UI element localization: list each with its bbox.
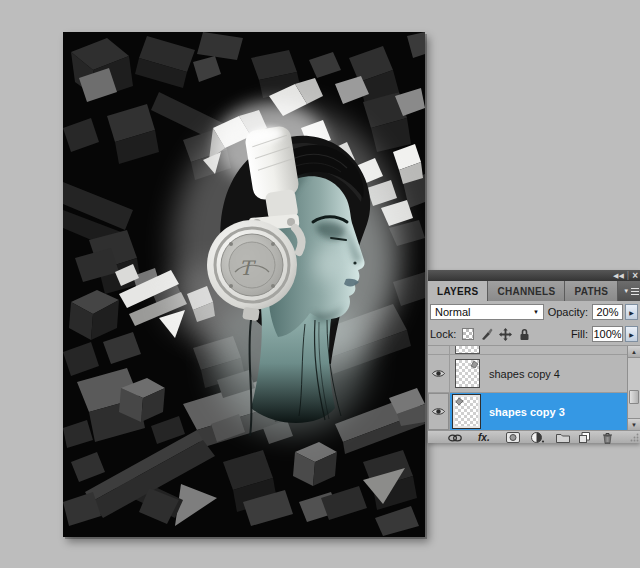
link-icon	[448, 434, 462, 442]
photoshop-workspace: T ◀◀ | × LAYERS CHANNELS PATHS ▼ Normal …	[0, 0, 640, 568]
tab-channels[interactable]: CHANNELS	[488, 281, 565, 301]
blend-mode-value: Normal	[435, 306, 470, 318]
layer-style-button[interactable]: fx.	[478, 432, 490, 443]
artwork-image: T	[63, 32, 425, 537]
brush-icon	[480, 328, 493, 341]
scroll-down-button[interactable]: ▼	[628, 418, 640, 430]
lock-image-pixels-button[interactable]	[480, 328, 493, 341]
opacity-slider-button[interactable]: ▶	[625, 304, 638, 320]
layer-thumbnail[interactable]	[455, 359, 480, 388]
thumbnail-shape-mark	[470, 360, 479, 369]
dock-header-separator: |	[627, 271, 629, 280]
move-icon	[499, 328, 512, 341]
layers-panel-toolbar: fx.	[428, 430, 640, 443]
layer-row-shapes-copy-4[interactable]: shapes copy 4	[428, 355, 627, 393]
visibility-toggle[interactable]	[428, 393, 450, 430]
new-adjustment-layer-button[interactable]	[531, 432, 545, 443]
blend-mode-select[interactable]: Normal ▼	[430, 304, 544, 320]
opacity-value: 20%	[596, 306, 618, 318]
layer-row-partial[interactable]	[428, 346, 627, 355]
fill-label: Fill:	[571, 328, 588, 340]
eye-icon	[432, 407, 445, 416]
trash-icon	[602, 432, 613, 444]
lock-all-button[interactable]	[518, 328, 531, 341]
opacity-label: Opacity:	[548, 306, 588, 318]
lock-transparent-pixels-button[interactable]	[461, 328, 474, 341]
folder-icon	[556, 433, 570, 443]
scroll-up-button[interactable]: ▲	[628, 346, 640, 358]
menu-lines-icon	[631, 288, 639, 295]
slider-arrow-icon: ▶	[629, 331, 634, 338]
visibility-toggle[interactable]	[428, 355, 450, 392]
new-layer-icon	[579, 432, 590, 443]
scroll-thumb[interactable]	[629, 390, 639, 404]
blend-options-row: Normal ▼ Opacity: 20% ▶	[428, 301, 640, 323]
new-layer-button[interactable]	[579, 432, 590, 443]
panel-dock-header: ◀◀ | ×	[428, 270, 640, 281]
fill-slider-button[interactable]: ▶	[625, 326, 638, 342]
opacity-field[interactable]: 20%	[592, 304, 623, 320]
adjustment-layer-icon	[531, 432, 545, 443]
resize-grip-icon	[630, 433, 639, 442]
layer-name[interactable]: shapes copy 3	[489, 406, 565, 418]
fx-icon: fx.	[478, 433, 490, 443]
tab-paths[interactable]: PATHS	[565, 281, 618, 301]
panel-menu-icon[interactable]: ▼	[618, 281, 640, 301]
lock-position-button[interactable]	[499, 328, 512, 341]
delete-layer-button[interactable]	[602, 432, 613, 443]
new-group-button[interactable]	[556, 432, 570, 443]
lock-icon	[518, 328, 531, 341]
menu-arrow-icon: ▼	[623, 288, 629, 294]
panel-resize-grip[interactable]	[630, 432, 639, 443]
layer-mask-icon	[506, 432, 520, 443]
layer-row-shapes-copy-3[interactable]: shapes copy 3	[428, 393, 627, 430]
visibility-cell[interactable]	[428, 346, 450, 354]
eye-icon	[432, 369, 445, 378]
lock-options-row: Lock:	[428, 323, 640, 346]
panel-tab-bar: LAYERS CHANNELS PATHS ▼	[428, 281, 640, 301]
fill-value: 100%	[593, 328, 621, 340]
layers-panel: ◀◀ | × LAYERS CHANNELS PATHS ▼ Normal ▼ …	[428, 270, 640, 443]
layer-name[interactable]: shapes copy 4	[489, 368, 560, 380]
add-layer-mask-button[interactable]	[506, 432, 520, 443]
lock-label: Lock:	[430, 328, 456, 340]
layers-list: shapes copy 4 shapes copy 3	[428, 346, 640, 430]
transparency-checker-icon	[462, 328, 474, 340]
collapse-to-icons-icon[interactable]: ◀◀	[613, 272, 624, 279]
layer-thumbnail-partial	[455, 346, 480, 354]
layers-scrollbar[interactable]: ▲ ▼	[627, 346, 640, 430]
layer-thumbnail[interactable]	[453, 395, 480, 428]
thumbnail-shape-mark	[455, 397, 464, 406]
link-layers-button[interactable]	[448, 432, 462, 443]
fill-field[interactable]: 100%	[592, 326, 623, 342]
close-panel-icon[interactable]: ×	[632, 271, 638, 281]
slider-arrow-icon: ▶	[629, 309, 634, 316]
tab-layers[interactable]: LAYERS	[428, 281, 488, 301]
document-canvas[interactable]: T	[63, 32, 425, 537]
chevron-down-icon: ▼	[533, 309, 539, 315]
